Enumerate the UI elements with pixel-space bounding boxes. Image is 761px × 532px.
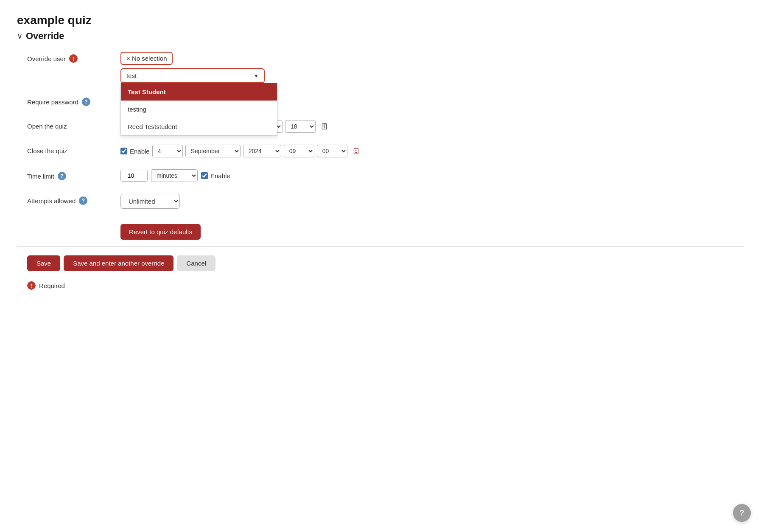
no-selection-chip[interactable]: × No selection	[120, 52, 173, 65]
close-quiz-enable-text: Enable	[130, 148, 150, 155]
time-limit-row: Time limit ? seconds minutes hours days …	[27, 169, 744, 182]
override-user-row: Override user ! × No selection ▼ Test St…	[27, 52, 744, 83]
close-quiz-enable-checkbox[interactable]	[120, 148, 127, 154]
close-quiz-enable-label[interactable]: Enable	[120, 148, 150, 155]
help-fab[interactable]: ?	[733, 504, 751, 522]
section-title: Override	[26, 31, 64, 42]
open-quiz-label: Open the quiz	[27, 123, 67, 130]
open-quiz-minute-select[interactable]: 180030	[285, 120, 316, 133]
attempts-allowed-select[interactable]: Unlimited 1234 5678 910	[120, 194, 180, 209]
cancel-button[interactable]: Cancel	[177, 255, 215, 271]
required-icon: !	[27, 281, 36, 290]
require-password-label: Require password	[27, 98, 78, 106]
save-button[interactable]: Save	[27, 255, 60, 271]
time-limit-unit-select[interactable]: seconds minutes hours days weeks	[151, 169, 198, 182]
close-quiz-day-select[interactable]: 41235	[152, 145, 183, 157]
time-limit-help-icon[interactable]: ?	[58, 172, 66, 180]
time-limit-input[interactable]	[120, 170, 148, 182]
time-limit-enable-text: Enable	[210, 172, 230, 179]
user-search-input[interactable]	[126, 72, 254, 79]
dropdown-arrow-icon: ▼	[254, 73, 259, 79]
close-quiz-calendar-icon[interactable]: 🗓	[350, 145, 363, 157]
user-search-dropdown[interactable]: ▼ Test Student testing Reed Teststudent	[120, 68, 265, 83]
revert-button[interactable]: Revert to quiz defaults	[120, 224, 201, 240]
dropdown-item-testing[interactable]: testing	[121, 101, 277, 118]
override-user-label: Override user	[27, 55, 66, 62]
page-title: example quiz	[17, 14, 744, 27]
required-text: Required	[39, 282, 65, 289]
revert-row: Revert to quiz defaults	[27, 221, 744, 240]
attempts-allowed-label: Attempts allowed	[27, 197, 76, 204]
close-quiz-month-select[interactable]: JanuaryFebruaryMarchApril MayJuneJulyAug…	[185, 145, 241, 157]
require-password-help-icon[interactable]: ?	[82, 98, 90, 106]
attempts-allowed-help-icon[interactable]: ?	[79, 196, 87, 205]
footer-buttons: Save Save and enter another override Can…	[17, 255, 744, 271]
close-quiz-minute-select[interactable]: 00153045	[317, 145, 347, 157]
open-quiz-calendar-icon[interactable]: 🗓	[318, 120, 331, 133]
save-another-button[interactable]: Save and enter another override	[64, 255, 173, 271]
dropdown-item-test-student[interactable]: Test Student	[121, 83, 277, 101]
required-note: ! Required	[17, 281, 744, 290]
chevron-icon[interactable]: ∨	[17, 31, 22, 41]
time-limit-label: Time limit	[27, 173, 54, 180]
override-user-required-icon: !	[69, 54, 78, 63]
user-dropdown-menu: Test Student testing Reed Teststudent	[120, 83, 277, 136]
close-quiz-year-select[interactable]: 20242025	[243, 145, 281, 157]
no-selection-text: × No selection	[126, 55, 167, 62]
section-header: ∨ Override	[17, 31, 744, 42]
attempts-allowed-row: Attempts allowed ? Unlimited 1234 5678 9…	[27, 194, 744, 209]
close-quiz-row: Close the quiz Enable 41235 JanuaryFebru…	[27, 145, 744, 157]
time-limit-enable-label[interactable]: Enable	[201, 172, 230, 179]
time-limit-enable-checkbox[interactable]	[201, 172, 208, 179]
close-quiz-label: Close the quiz	[27, 147, 67, 154]
dropdown-item-reed-teststudent[interactable]: Reed Teststudent	[121, 118, 277, 135]
divider	[17, 246, 744, 247]
close-quiz-hour-select[interactable]: 091011	[284, 145, 314, 157]
